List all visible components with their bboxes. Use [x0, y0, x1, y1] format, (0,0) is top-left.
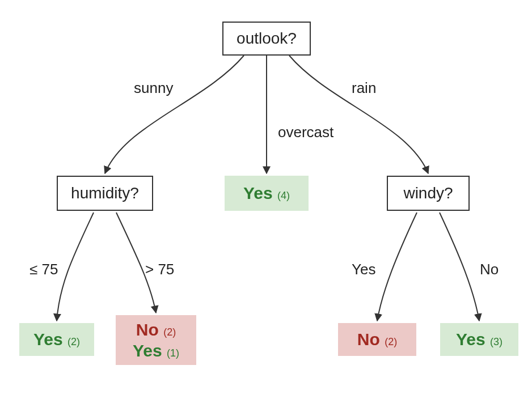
node-outlook-label: outlook?: [237, 29, 297, 48]
leaf-humidity-le75: Yes (2): [19, 323, 94, 356]
leaf-humidity-gt75-primary-count: (2): [163, 326, 176, 338]
node-windy: windy?: [387, 176, 470, 211]
node-windy-label: windy?: [403, 184, 453, 202]
leaf-humidity-gt75-secondary-count: (1): [167, 347, 179, 359]
edge-label-humidity-gt75: > 75: [145, 261, 174, 278]
node-humidity: humidity?: [57, 176, 153, 211]
leaf-humidity-gt75-primary-result: No: [136, 320, 159, 339]
edge-label-sunny: sunny: [134, 79, 173, 97]
leaf-windy-no: Yes (3): [440, 323, 518, 356]
edge-label-humidity-le75: ≤ 75: [29, 261, 58, 278]
edge-label-windy-no: No: [480, 261, 499, 278]
node-humidity-label: humidity?: [71, 184, 139, 202]
leaf-windy-yes: No (2): [338, 323, 416, 356]
leaf-humidity-le75-count: (2): [67, 336, 80, 347]
decision-tree-diagram: outlook? humidity? windy? Yes (4) Yes (2…: [0, 0, 532, 399]
leaf-overcast: Yes (4): [225, 176, 309, 211]
node-outlook: outlook?: [222, 22, 311, 56]
leaf-windy-yes-count: (2): [385, 336, 397, 347]
leaf-humidity-gt75-secondary-result: Yes: [133, 341, 162, 360]
leaf-humidity-gt75: No (2) Yes (1): [116, 315, 196, 365]
leaf-windy-no-count: (3): [490, 336, 503, 347]
leaf-overcast-count: (4): [277, 190, 290, 201]
edge-label-overcast: overcast: [278, 124, 333, 141]
edge-label-rain: rain: [352, 79, 376, 97]
leaf-humidity-le75-result: Yes: [33, 330, 63, 349]
leaf-windy-yes-result: No: [357, 330, 380, 349]
edge-label-windy-yes: Yes: [352, 261, 375, 278]
leaf-overcast-result: Yes: [243, 184, 273, 202]
leaf-windy-no-result: Yes: [456, 330, 485, 349]
